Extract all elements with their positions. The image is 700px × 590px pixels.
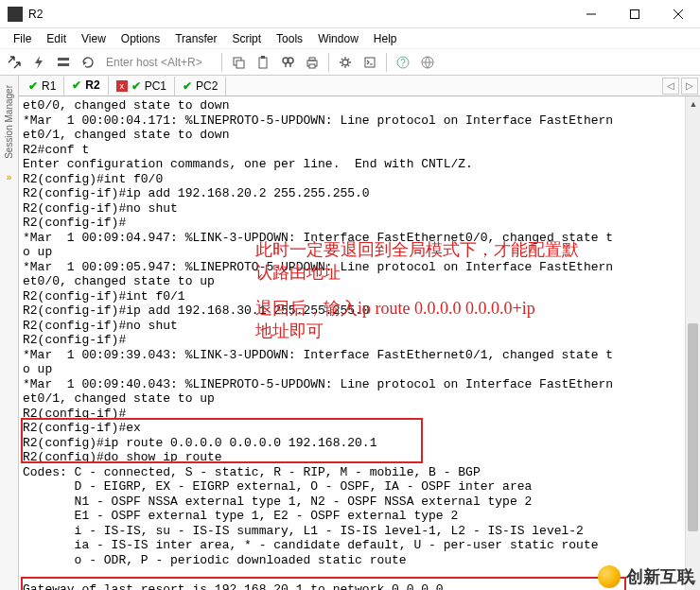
menu-help[interactable]: Help (366, 30, 405, 47)
window-title: R2 (28, 8, 43, 21)
options-icon[interactable] (53, 52, 74, 73)
window-titlebar: R2 (0, 0, 700, 28)
connected-icon: ✔ (28, 79, 38, 93)
svg-rect-10 (309, 58, 315, 61)
toolbar: Enter host <Alt+R> ? (0, 49, 700, 76)
script-icon[interactable] (359, 52, 380, 73)
svg-rect-0 (631, 9, 639, 18)
svg-text:?: ? (400, 58, 406, 68)
menu-tools[interactable]: Tools (269, 30, 310, 47)
session-tab-r2[interactable]: ✔ R2 (64, 77, 108, 95)
settings-icon[interactable] (335, 52, 356, 73)
menu-file[interactable]: File (6, 30, 39, 47)
svg-rect-6 (261, 56, 265, 59)
svg-rect-2 (58, 63, 69, 66)
session-tab-label: PC2 (196, 79, 218, 93)
help-icon[interactable]: ? (393, 52, 413, 73)
session-tab-pc1[interactable]: x ✔ PC1 (109, 77, 175, 95)
branding-text: 创新互联 (626, 565, 694, 588)
menu-bar: File Edit View Options Transfer Script T… (0, 28, 700, 49)
menu-view[interactable]: View (74, 30, 114, 47)
svg-rect-13 (365, 58, 375, 67)
terminal-output[interactable]: et0/0, changed state to down *Mar 1 00:0… (19, 96, 700, 590)
connected-icon: ✔ (72, 78, 81, 92)
menu-window[interactable]: Window (310, 30, 366, 47)
session-tab-label: R1 (42, 79, 56, 93)
scroll-up-button[interactable]: ▲ (686, 96, 700, 112)
session-tab-r1[interactable]: ✔ R1 (21, 77, 64, 95)
expand-icon: » (7, 172, 12, 182)
session-tab-pc2[interactable]: ✔ PC2 (175, 77, 226, 95)
print-icon[interactable] (302, 52, 323, 73)
tab-next-button[interactable]: ▷ (681, 78, 698, 95)
scroll-thumb[interactable] (688, 323, 698, 531)
svg-rect-5 (259, 58, 267, 68)
connected-icon: ✔ (131, 79, 141, 93)
svg-point-12 (342, 60, 348, 65)
session-manager-tab[interactable]: Session Manager » (0, 76, 19, 590)
close-session-icon: x (116, 80, 128, 92)
copy-icon[interactable] (228, 52, 249, 73)
svg-rect-11 (309, 64, 315, 68)
maximize-button[interactable] (613, 0, 656, 28)
menu-transfer[interactable]: Transfer (167, 30, 224, 47)
menu-script[interactable]: Script (224, 30, 269, 47)
session-tab-label: PC1 (145, 79, 166, 93)
minimize-button[interactable] (569, 0, 613, 28)
find-icon[interactable] (277, 52, 298, 73)
network-icon[interactable] (417, 52, 438, 73)
connected-icon: ✔ (183, 79, 192, 93)
session-tabs: ✔ R1 ✔ R2 x ✔ PC1 ✔ PC2 ◁ ▷ (19, 76, 700, 96)
close-button[interactable] (656, 0, 700, 28)
lightning-icon[interactable] (28, 52, 49, 73)
branding-watermark: 创新互联 (598, 565, 694, 588)
svg-rect-4 (236, 61, 244, 68)
branding-logo-icon (598, 565, 621, 588)
tab-prev-button[interactable]: ◁ (662, 78, 679, 95)
terminal-scrollbar[interactable]: ▲ ▼ (685, 96, 700, 590)
reconnect-icon[interactable] (78, 52, 98, 73)
svg-rect-1 (58, 58, 69, 61)
paste-icon[interactable] (253, 52, 273, 73)
session-manager-label: Session Manager (4, 85, 14, 159)
quick-connect-icon[interactable] (4, 52, 25, 73)
app-icon (8, 7, 23, 22)
menu-options[interactable]: Options (114, 30, 167, 47)
menu-edit[interactable]: Edit (39, 30, 74, 47)
session-tab-label: R2 (85, 78, 99, 92)
host-input[interactable]: Enter host <Alt+R> (102, 54, 216, 71)
